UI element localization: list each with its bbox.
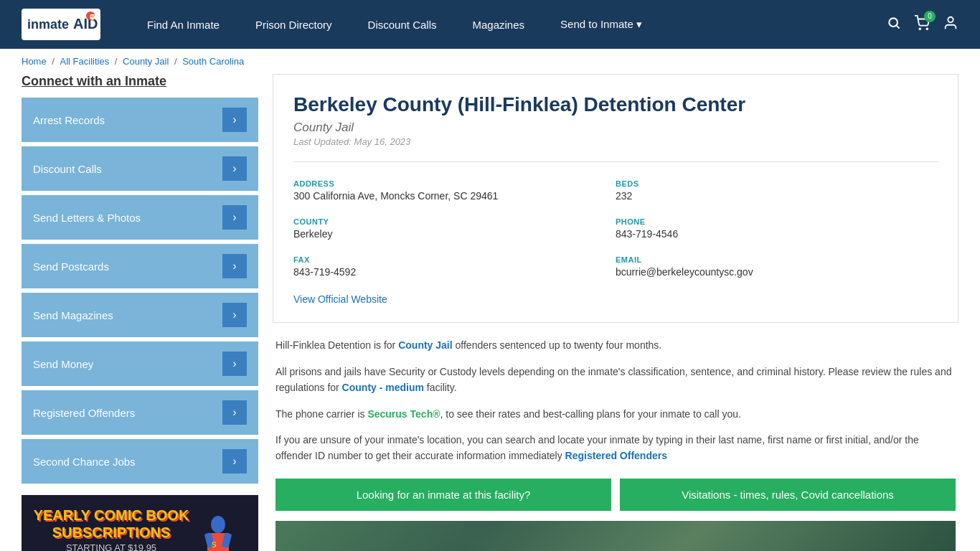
sidebar-item-send-magazines[interactable]: Send Magazines › bbox=[22, 293, 258, 337]
svg-text:S: S bbox=[212, 541, 217, 549]
official-website-link[interactable]: View Official Website bbox=[293, 293, 387, 305]
email-label: EMAIL bbox=[616, 255, 938, 264]
email-cell: EMAIL bcurrie@berkeleycountysc.gov bbox=[616, 250, 938, 288]
sidebar-item-send-money[interactable]: Send Money › bbox=[22, 342, 258, 386]
sidebar-arrow-icon: › bbox=[222, 108, 247, 132]
nav-discount-calls[interactable]: Discount Calls bbox=[350, 19, 455, 31]
user-icon bbox=[943, 15, 958, 31]
ad-title: YEARLY COMIC BOOKSUBSCRIPTIONS bbox=[33, 507, 189, 541]
address-label: ADDRESS bbox=[293, 179, 616, 188]
county-value: Berkeley bbox=[293, 228, 616, 240]
sidebar-item-label: Send Postcards bbox=[33, 260, 109, 273]
fax-label: FAX bbox=[293, 255, 616, 264]
phone-label: PHONE bbox=[616, 217, 938, 226]
nav-magazines[interactable]: Magazines bbox=[454, 19, 542, 31]
sidebar-item-second-chance[interactable]: Second Chance Jobs › bbox=[22, 439, 258, 484]
securus-link[interactable]: Securus Tech® bbox=[367, 408, 440, 420]
svg-point-9 bbox=[948, 17, 953, 22]
sidebar-item-send-postcards[interactable]: Send Postcards › bbox=[22, 244, 258, 288]
sidebar-item-label: Registered Offenders bbox=[33, 407, 135, 419]
desc-para-3: The phone carrier is Securus Tech®, to s… bbox=[275, 406, 956, 422]
facility-type: County Jail bbox=[293, 121, 938, 135]
svg-point-10 bbox=[211, 516, 225, 533]
sidebar-title: Connect with an Inmate bbox=[22, 74, 258, 89]
description-section: Hill-Finklea Detention is for County Jai… bbox=[273, 337, 958, 551]
svg-text:🎅: 🎅 bbox=[88, 12, 97, 21]
county-label: COUNTY bbox=[293, 217, 616, 226]
sidebar-arrow-icon: › bbox=[222, 449, 247, 474]
county-jail-link[interactable]: County Jail bbox=[398, 339, 452, 351]
visitations-button[interactable]: Visitations - times, rules, Covid cancel… bbox=[620, 479, 956, 511]
nav-find-inmate[interactable]: Find An Inmate bbox=[129, 19, 237, 31]
county-medium-link[interactable]: County - medium bbox=[342, 382, 424, 393]
sidebar-arrow-icon: › bbox=[222, 400, 247, 425]
search-button[interactable] bbox=[887, 16, 901, 34]
sidebar-item-label: Second Chance Jobs bbox=[33, 456, 136, 468]
desc-para-4: If you are unsure of your inmate's locat… bbox=[275, 432, 956, 464]
svg-point-5 bbox=[889, 18, 897, 27]
user-button[interactable] bbox=[943, 15, 958, 34]
sidebar-arrow-icon: › bbox=[222, 156, 247, 181]
breadcrumb-county-jail[interactable]: County Jail bbox=[123, 56, 169, 67]
breadcrumb-all-facilities[interactable]: All Facilities bbox=[60, 56, 110, 67]
county-cell: COUNTY Berkeley bbox=[293, 212, 616, 250]
phone-value: 843-719-4546 bbox=[616, 228, 938, 240]
sidebar-item-label: Send Letters & Photos bbox=[33, 212, 141, 224]
svg-point-7 bbox=[919, 28, 920, 29]
search-icon bbox=[887, 16, 901, 30]
main-nav: Find An Inmate Prison Directory Discount… bbox=[129, 18, 887, 31]
main-layout: Connect with an Inmate Arrest Records › … bbox=[0, 74, 980, 551]
ad-comic-icon: S bbox=[193, 512, 243, 552]
facility-image-inner bbox=[275, 521, 956, 551]
registered-offenders-link[interactable]: Registered Offenders bbox=[565, 450, 667, 461]
sidebar-item-send-letters[interactable]: Send Letters & Photos › bbox=[22, 195, 258, 240]
cart-count: 0 bbox=[924, 11, 936, 22]
address-value: 300 California Ave, Moncks Corner, SC 29… bbox=[293, 190, 616, 202]
logo[interactable]: inmate AID 🎅 bbox=[22, 9, 100, 40]
desc-para-2: All prisons and jails have Security or C… bbox=[275, 364, 956, 396]
facility-image bbox=[275, 521, 956, 551]
sidebar-item-arrest-records[interactable]: Arrest Records › bbox=[22, 98, 258, 142]
nav-send-to-inmate[interactable]: Send to Inmate ▾ bbox=[542, 18, 660, 31]
facility-updated: Last Updated: May 16, 2023 bbox=[293, 136, 938, 147]
sidebar-item-label: Discount Calls bbox=[33, 163, 102, 175]
main-header: inmate AID 🎅 Find An Inmate Prison Direc… bbox=[0, 0, 980, 49]
action-buttons: Looking for an inmate at this facility? … bbox=[275, 479, 956, 511]
breadcrumb: Home / All Facilities / County Jail / So… bbox=[0, 49, 980, 74]
cart-button[interactable]: 0 bbox=[914, 15, 930, 34]
ad-price: STARTING AT $19.95 bbox=[33, 542, 189, 551]
breadcrumb-state[interactable]: South Carolina bbox=[182, 56, 244, 67]
beds-cell: BEDS 232 bbox=[616, 174, 938, 212]
sidebar-arrow-icon: › bbox=[222, 352, 247, 376]
beds-value: 232 bbox=[616, 190, 938, 202]
beds-label: BEDS bbox=[616, 179, 938, 188]
svg-line-6 bbox=[897, 25, 900, 28]
header-icons: 0 bbox=[887, 15, 958, 34]
sidebar-arrow-icon: › bbox=[222, 303, 247, 327]
sidebar-item-label: Send Money bbox=[33, 358, 93, 370]
facility-title: Berkeley County (Hill-Finklea) Detention… bbox=[293, 92, 938, 118]
nav-prison-directory[interactable]: Prison Directory bbox=[237, 19, 350, 31]
desc-para-1: Hill-Finklea Detention is for County Jai… bbox=[275, 337, 956, 353]
svg-text:inmate: inmate bbox=[27, 17, 69, 32]
breadcrumb-home[interactable]: Home bbox=[22, 56, 47, 67]
sidebar-arrow-icon: › bbox=[222, 254, 247, 278]
facility-card: Berkeley County (Hill-Finklea) Detention… bbox=[273, 74, 958, 323]
sidebar-item-label: Arrest Records bbox=[33, 114, 105, 126]
sidebar-arrow-icon: › bbox=[222, 205, 247, 230]
fax-value: 843-719-4592 bbox=[293, 266, 616, 278]
looking-for-inmate-button[interactable]: Looking for an inmate at this facility? bbox=[275, 479, 611, 511]
phone-cell: PHONE 843-719-4546 bbox=[616, 212, 938, 250]
address-cell: ADDRESS 300 California Ave, Moncks Corne… bbox=[293, 174, 616, 212]
sidebar-item-label: Send Magazines bbox=[33, 309, 113, 321]
svg-point-8 bbox=[926, 28, 928, 29]
sidebar-item-registered-offenders[interactable]: Registered Offenders › bbox=[22, 390, 258, 435]
facility-info-grid: ADDRESS 300 California Ave, Moncks Corne… bbox=[293, 161, 938, 288]
fax-cell: FAX 843-719-4592 bbox=[293, 250, 616, 288]
sidebar-item-discount-calls[interactable]: Discount Calls › bbox=[22, 146, 258, 191]
email-value: bcurrie@berkeleycountysc.gov bbox=[616, 266, 938, 278]
ad-banner[interactable]: YEARLY COMIC BOOKSUBSCRIPTIONS STARTING … bbox=[22, 495, 258, 551]
logo-icon: inmate AID 🎅 bbox=[22, 9, 100, 40]
sidebar: Connect with an Inmate Arrest Records › … bbox=[22, 74, 258, 551]
main-content: Berkeley County (Hill-Finklea) Detention… bbox=[273, 74, 958, 551]
